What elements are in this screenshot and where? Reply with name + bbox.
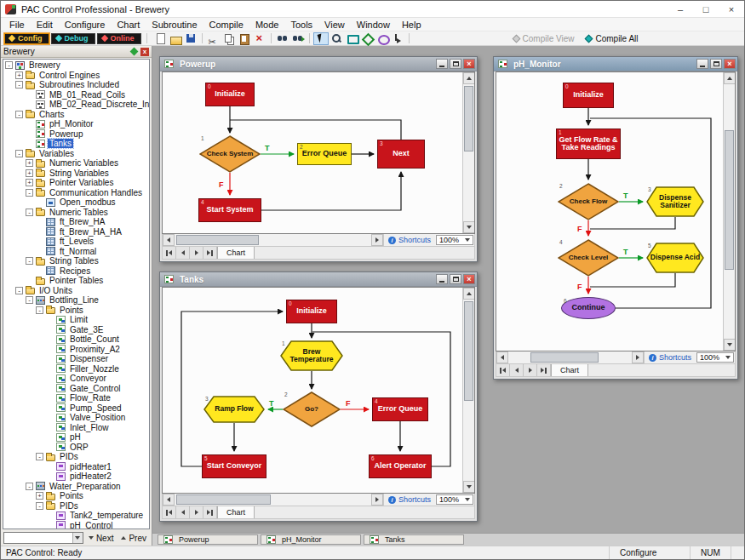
tree-item-tanks[interactable]: Tanks bbox=[3, 139, 149, 149]
menu-item-subroutine[interactable]: Subroutine bbox=[146, 19, 203, 31]
tree-item-pids[interactable]: -PIDs bbox=[3, 501, 149, 511]
paste-button[interactable] bbox=[237, 32, 252, 45]
tree-item-numeric-tables[interactable]: -Numeric Tables bbox=[3, 208, 149, 218]
scroll-left-button[interactable] bbox=[496, 351, 508, 363]
config-mode-button[interactable]: Config bbox=[4, 33, 49, 44]
tree-item-flow-rate[interactable]: Flow_Rate bbox=[3, 393, 149, 403]
collapse-toggle-icon[interactable]: - bbox=[26, 257, 33, 265]
tree-item-i-o-units[interactable]: -I/O Units bbox=[3, 286, 149, 296]
scroll-down-button[interactable] bbox=[463, 221, 475, 233]
expand-toggle-icon[interactable]: + bbox=[26, 169, 33, 177]
online-mode-button[interactable]: Online bbox=[97, 33, 141, 44]
tree-item-ft-levels[interactable]: ft_Levels bbox=[3, 237, 149, 247]
powerup-chart-canvas[interactable]: T F 0 Initialize 1 Check System 2 Err bbox=[163, 72, 462, 233]
tree-item-communication-handles[interactable]: -Communication Handles bbox=[3, 188, 149, 198]
scroll-thumb[interactable] bbox=[464, 86, 473, 151]
next-sheet-button[interactable] bbox=[190, 506, 203, 518]
tree-item-points[interactable]: -Points bbox=[3, 306, 149, 316]
menu-item-edit[interactable]: Edit bbox=[31, 19, 59, 31]
shortcuts-link[interactable]: iShortcuts bbox=[644, 351, 696, 363]
vertical-scrollbar[interactable] bbox=[723, 72, 735, 351]
tree-item-control-engines[interactable]: +Control Engines bbox=[3, 71, 149, 81]
action-block-tool-button[interactable] bbox=[344, 32, 359, 45]
find-next-button[interactable]: Next bbox=[86, 532, 117, 544]
find-prev-button[interactable]: Prev bbox=[118, 532, 149, 544]
tree-item-mb-02-read-discrete-inputs[interactable]: MB_02_Read_Discrete_Inputs bbox=[3, 100, 149, 110]
compile-view-button[interactable]: Compile View bbox=[508, 32, 580, 45]
action-block-start-conveyor[interactable]: 5 Start Conveyor bbox=[202, 454, 266, 478]
menu-item-mode[interactable]: Mode bbox=[249, 19, 285, 31]
open-button[interactable] bbox=[168, 32, 183, 45]
tree-item-charts[interactable]: -Charts bbox=[3, 110, 149, 120]
tree-item-gate-control[interactable]: Gate_Control bbox=[3, 384, 149, 394]
last-sheet-button[interactable] bbox=[203, 247, 217, 259]
prev-sheet-button[interactable] bbox=[176, 247, 190, 259]
expand-toggle-icon[interactable]: + bbox=[26, 179, 33, 186]
condition-block-check-flow[interactable]: 2 Check Flow bbox=[558, 183, 619, 220]
tree-item-ft-brew-ha-ha[interactable]: ft_Brew_HA_HA bbox=[3, 227, 149, 237]
panel-close-button[interactable]: x bbox=[140, 48, 149, 56]
continue-block-continue[interactable]: 6 Continue bbox=[561, 297, 616, 319]
resize-grip[interactable] bbox=[731, 546, 744, 559]
tree-item-pidheater1[interactable]: pidHeater1 bbox=[3, 462, 149, 472]
next-sheet-button[interactable] bbox=[190, 247, 203, 259]
tree-item-ph[interactable]: pH bbox=[3, 432, 149, 443]
window-close-button[interactable]: × bbox=[724, 59, 736, 69]
tree-item-string-tables[interactable]: -String Tables bbox=[3, 256, 149, 266]
collapse-toggle-icon[interactable]: - bbox=[36, 306, 43, 314]
minimize-button[interactable]: – bbox=[668, 1, 693, 17]
chart-tab[interactable]: Chart bbox=[551, 364, 588, 376]
zoom-select[interactable]: 100% bbox=[696, 352, 734, 363]
menu-item-configure[interactable]: Configure bbox=[59, 19, 112, 31]
scroll-right-button[interactable] bbox=[371, 234, 383, 246]
chart-window-ph-monitor[interactable]: pH_Monitor × bbox=[493, 56, 738, 380]
menu-item-window[interactable]: Window bbox=[351, 19, 396, 31]
combo-dropdown-icon[interactable] bbox=[72, 533, 83, 543]
tree-item-proximity-a2[interactable]: Proximity_A2 bbox=[3, 345, 149, 355]
expand-toggle-icon[interactable]: + bbox=[36, 492, 43, 500]
tree-item-tank2-temperature[interactable]: Tank2_temperature bbox=[3, 511, 149, 521]
scroll-down-button[interactable] bbox=[724, 339, 736, 351]
chart-tab[interactable]: Chart bbox=[217, 506, 255, 518]
tree-item-open-modbus[interactable]: Open_modbus bbox=[3, 197, 149, 208]
tree-item-gate-3e[interactable]: Gate_3E bbox=[3, 325, 149, 335]
scroll-thumb[interactable] bbox=[530, 352, 599, 363]
menu-item-view[interactable]: View bbox=[318, 19, 351, 31]
scroll-up-button[interactable] bbox=[724, 72, 736, 84]
collapse-toggle-icon[interactable]: - bbox=[26, 209, 33, 216]
menu-item-tools[interactable]: Tools bbox=[284, 19, 318, 31]
transition-block-error-queue[interactable]: 2 Error Queue bbox=[297, 143, 352, 165]
delete-button[interactable] bbox=[252, 32, 267, 45]
chart-tab[interactable]: Chart bbox=[217, 247, 255, 259]
cut-button[interactable] bbox=[206, 32, 221, 45]
collapse-toggle-icon[interactable]: - bbox=[5, 61, 13, 69]
scroll-thumb[interactable] bbox=[725, 130, 734, 270]
tree-item-subroutines-included[interactable]: -Subroutines Included bbox=[3, 80, 149, 90]
action-block-alert-operator[interactable]: 6 Alert Operator bbox=[369, 454, 432, 478]
shortcuts-link[interactable]: iShortcuts bbox=[383, 234, 435, 246]
scroll-left-button[interactable] bbox=[163, 234, 175, 246]
expand-toggle-icon[interactable]: + bbox=[15, 71, 23, 79]
condition-block-check-level[interactable]: 4 Check Level bbox=[558, 239, 619, 277]
compile-all-button[interactable]: Compile All bbox=[581, 32, 643, 45]
zoom-select[interactable]: 100% bbox=[436, 235, 473, 245]
zoom-select[interactable]: 100% bbox=[436, 494, 473, 505]
ph-monitor-titlebar[interactable]: pH_Monitor × bbox=[494, 57, 737, 71]
menu-item-compile[interactable]: Compile bbox=[203, 19, 249, 31]
scroll-up-button[interactable] bbox=[463, 72, 475, 84]
find-combo[interactable] bbox=[3, 532, 83, 544]
maximize-button[interactable]: □ bbox=[693, 1, 719, 17]
condition-block-tool-button[interactable] bbox=[359, 32, 375, 45]
tree-item-limit[interactable]: Limit bbox=[3, 315, 149, 325]
action-block-initialize[interactable]: 0 Initialize bbox=[563, 83, 614, 108]
chart-window-powerup[interactable]: Powerup × T F bbox=[159, 56, 478, 262]
tree-item-pidheater2[interactable]: pidHeater2 bbox=[3, 471, 149, 482]
transition-block-dispense-acid[interactable]: 5 Dispense Acid bbox=[646, 243, 704, 273]
collapse-toggle-icon[interactable]: - bbox=[26, 189, 33, 197]
action-block-error-queue[interactable]: 4 Error Queue bbox=[372, 397, 428, 421]
tree-item-water-preparation[interactable]: -Water_Preparation bbox=[3, 482, 149, 492]
tree-item-filler-nozzle[interactable]: Filler_Nozzle bbox=[3, 364, 149, 374]
continue-block-tool-button[interactable] bbox=[375, 32, 390, 45]
window-minimize-button[interactable] bbox=[436, 59, 448, 69]
tanks-chart-canvas[interactable]: T F 0 Initialize 1 Brew Temperature bbox=[163, 288, 462, 493]
